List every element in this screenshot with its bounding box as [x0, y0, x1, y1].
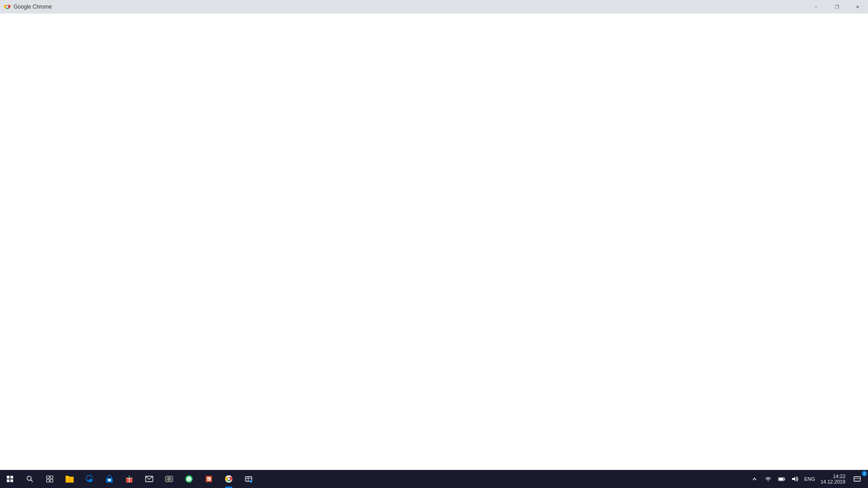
volume-icon-button[interactable]	[789, 471, 802, 487]
clock-time: 14:22	[833, 474, 845, 479]
mail-icon	[145, 476, 153, 482]
svg-line-4	[31, 480, 33, 482]
taskbar-chrome-button[interactable]	[219, 470, 239, 488]
chevron-up-icon	[752, 477, 757, 481]
title-bar: Google Chrome − ❐ ✕	[0, 0, 868, 14]
taskbar-edge-button[interactable]	[80, 470, 99, 488]
svg-rect-36	[779, 478, 783, 480]
svg-rect-18	[171, 476, 173, 482]
minimize-button[interactable]: −	[806, 0, 826, 14]
network-icon-button[interactable]	[762, 471, 774, 487]
snip-icon: ✂	[245, 475, 253, 483]
powerpoint-icon: P	[205, 475, 213, 483]
edge-icon	[85, 475, 94, 483]
svg-point-2	[6, 6, 8, 8]
store-icon	[105, 475, 113, 483]
title-bar-left: Google Chrome	[0, 3, 52, 10]
start-button[interactable]	[0, 470, 20, 488]
battery-icon	[778, 477, 785, 481]
chrome-taskbar-icon	[225, 475, 233, 483]
svg-text:P: P	[208, 478, 209, 481]
notification-button[interactable]: 2	[850, 470, 864, 488]
taskbar-powerpoint-button[interactable]: P	[199, 470, 219, 488]
taskbar-media-button[interactable]	[159, 470, 179, 488]
svg-marker-37	[792, 477, 795, 481]
taskbar-left: P ✂	[0, 470, 259, 488]
battery-icon-button[interactable]	[775, 471, 788, 487]
clock-date: 14.12.2019	[821, 479, 845, 484]
taskbar-snip-button[interactable]: ✂	[239, 470, 259, 488]
system-tray	[748, 471, 802, 487]
chrome-logo-icon	[4, 3, 11, 10]
taskbar-store-button[interactable]	[99, 470, 119, 488]
language-button[interactable]: ENG	[803, 471, 816, 487]
svg-rect-7	[47, 479, 49, 482]
taskbar-gift-button[interactable]	[119, 470, 139, 488]
svg-rect-6	[50, 476, 53, 479]
wifi-icon	[764, 476, 772, 482]
svg-rect-17	[165, 476, 167, 482]
show-hidden-icons-button[interactable]	[748, 471, 761, 487]
svg-rect-5	[47, 476, 49, 479]
taskbar: P ✂	[0, 470, 868, 488]
taskbar-task-view-button[interactable]	[40, 470, 60, 488]
taskbar-file-explorer-button[interactable]	[60, 470, 80, 488]
notification-badge: 2	[862, 471, 867, 476]
svg-rect-10	[108, 479, 111, 481]
folder-icon	[65, 475, 74, 483]
close-button[interactable]: ✕	[847, 0, 868, 14]
notification-icon	[854, 475, 861, 483]
svg-point-28	[228, 478, 230, 480]
volume-icon	[792, 476, 799, 482]
taskbar-clock[interactable]: 14:22 14.12.2019	[818, 470, 848, 488]
whatsapp-icon	[185, 475, 193, 483]
taskbar-whatsapp-button[interactable]	[179, 470, 199, 488]
svg-rect-35	[784, 479, 785, 480]
search-icon	[26, 475, 33, 483]
svg-rect-38	[854, 477, 860, 481]
svg-rect-8	[50, 479, 53, 482]
taskbar-right: ENG 14:22 14.12.2019 2	[748, 470, 868, 488]
app-title: Google Chrome	[14, 4, 52, 10]
window-controls: − ❐ ✕	[806, 0, 868, 14]
gift-icon	[125, 475, 133, 483]
windows-icon	[7, 476, 13, 482]
browser-content	[0, 14, 868, 470]
svg-point-20	[169, 479, 170, 479]
taskbar-search-button[interactable]	[20, 470, 40, 488]
task-view-icon	[46, 475, 53, 483]
taskbar-mail-button[interactable]	[139, 470, 159, 488]
media-icon	[165, 475, 173, 483]
restore-button[interactable]: ❐	[826, 0, 847, 14]
